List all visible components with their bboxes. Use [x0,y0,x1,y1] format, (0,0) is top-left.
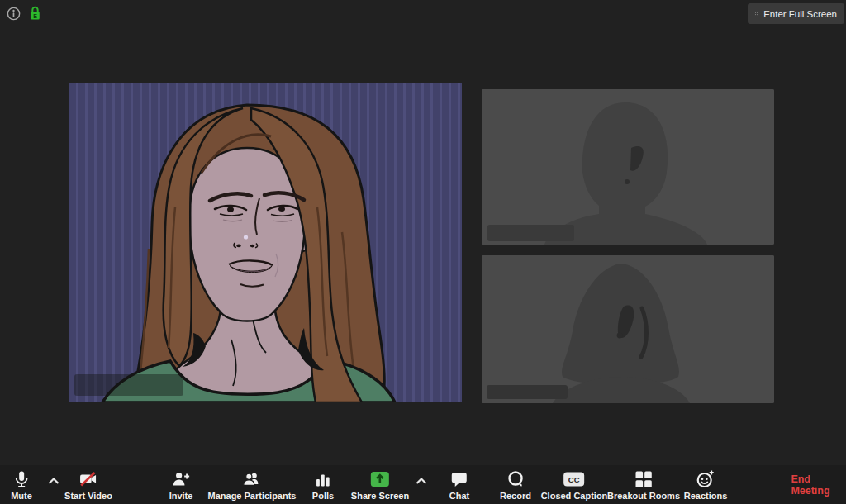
speaker-illustration [69,83,462,402]
meeting-info-icon[interactable] [6,6,21,21]
participant-video-tile-1[interactable] [482,89,774,245]
name-tag-blurred [74,374,183,396]
cc-glyph: CC [568,475,580,484]
participant-silhouette-2 [482,255,774,403]
microphone-icon [12,469,31,489]
closed-caption-label: Closed Caption [541,491,608,501]
camera-off-icon [78,469,99,489]
participant-silhouette-1 [482,89,774,245]
share-screen-icon [369,469,391,489]
closed-caption-button[interactable]: CC Closed Caption [541,469,608,501]
chat-icon [449,469,469,489]
share-options-caret[interactable] [415,477,428,485]
manage-participants-label: Manage Participants [208,491,297,501]
closed-caption-icon: CC [563,469,586,489]
polls-button[interactable]: Polls [312,469,334,501]
encryption-lock-icon: E [29,5,41,21]
active-speaker-video-tile[interactable] [69,83,462,402]
reactions-button[interactable]: Reactions [684,469,728,501]
enter-full-screen-button[interactable]: Enter Full Screen [748,3,844,24]
record-label: Record [500,491,531,501]
encryption-letter: E [33,13,37,19]
polls-icon [313,469,333,489]
name-tag-blurred [487,225,574,241]
mute-button[interactable]: Mute [11,469,32,501]
share-screen-button[interactable]: Share Screen [351,469,409,501]
participants-icon [242,469,262,489]
mute-label: Mute [11,491,32,501]
chat-label: Chat [449,491,469,501]
meeting-toolbar: Mute Start Video [0,465,846,504]
end-meeting-button[interactable]: End Meeting [791,465,829,504]
fullscreen-icon [755,8,758,19]
share-screen-label: Share Screen [351,491,409,501]
chat-button[interactable]: Chat [449,469,469,501]
breakout-rooms-icon [634,469,654,489]
enter-full-screen-label: Enter Full Screen [763,9,837,19]
breakout-rooms-button[interactable]: Breakout Rooms [607,469,680,501]
reactions-icon [696,469,715,489]
record-button[interactable]: Record [500,469,531,501]
invite-person-icon [171,469,191,489]
name-tag-blurred [487,385,568,399]
invite-button[interactable]: Invite [169,469,193,501]
start-video-button[interactable]: Start Video [64,469,112,501]
polls-label: Polls [312,491,334,501]
record-icon [506,469,525,489]
breakout-rooms-label: Breakout Rooms [607,491,680,501]
manage-participants-button[interactable]: Manage Participants [208,469,297,501]
mute-options-caret[interactable] [47,477,60,485]
reactions-label: Reactions [684,491,728,501]
participant-video-tile-2[interactable] [482,255,774,403]
start-video-label: Start Video [64,491,112,501]
invite-label: Invite [169,491,193,501]
zoom-meeting-window: E Enter Full Screen [0,0,846,504]
